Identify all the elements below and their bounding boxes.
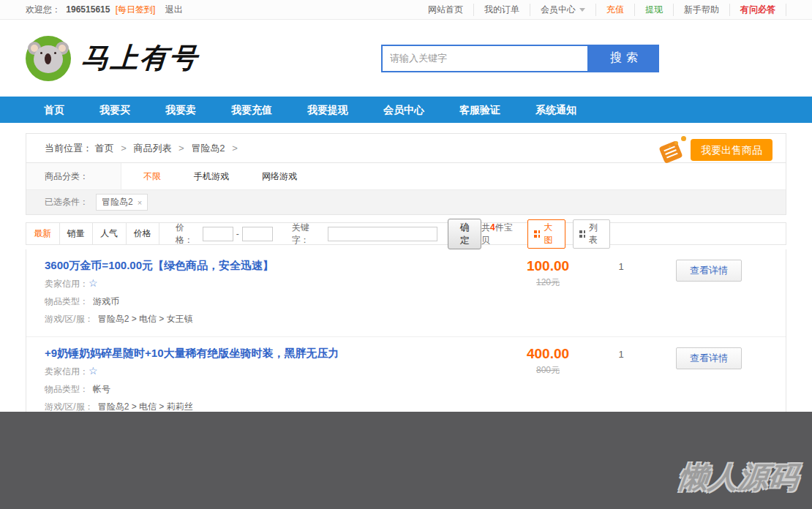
view-list-label: 列表 (589, 222, 604, 246)
price-min-input[interactable] (203, 227, 233, 241)
site-header: 马上有号 搜索 (0, 20, 812, 97)
breadcrumb-home[interactable]: 首页 (95, 143, 114, 154)
toplink-withdraw[interactable]: 提现 (635, 4, 674, 16)
confirm-button[interactable]: 确定 (448, 219, 481, 249)
item-original-price: 800元 (504, 364, 592, 377)
item-action: 查看详情 (650, 344, 767, 415)
logout-link[interactable]: 退出 (165, 4, 183, 15)
star-icon: ☆ (89, 277, 98, 289)
view-list-button[interactable]: 列表 (573, 219, 611, 249)
user-id: 196515615 (66, 4, 110, 15)
selected-conditions-row: 已选条件： 冒险岛2 × (26, 190, 786, 214)
view-details-button[interactable]: 查看详情 (676, 260, 742, 282)
item-type-value: 游戏币 (93, 296, 119, 306)
toplink-member-center[interactable]: 会员中心 (530, 4, 596, 16)
item-quantity: 1 (592, 257, 650, 328)
keyword-label: 关键字： (292, 222, 324, 246)
close-icon[interactable]: × (138, 198, 142, 207)
welcome-area: 欢迎您： 196515615 [每日签到] 退出 (26, 4, 186, 16)
sort-price[interactable]: 价格 (127, 223, 160, 244)
search-button[interactable]: 搜索 (589, 45, 659, 72)
main-nav: 首页 我要买 我要卖 我要充值 我要提现 会员中心 客服验证 系统通知 (0, 97, 812, 123)
list-icon (579, 230, 585, 238)
nav-service-verify[interactable]: 客服验证 (442, 97, 518, 123)
category-label: 商品分类： (26, 163, 121, 189)
keyword-input[interactable] (328, 227, 437, 241)
item-original-price: 120元 (504, 276, 592, 289)
list-toolbar: 最新 销量 人气 价格 价格： - 关键字： 确定 共4件宝贝 大图 列表 (26, 222, 786, 245)
breadcrumb-separator: > (121, 143, 127, 154)
item-title-link[interactable]: +9奶锤奶妈碎星随时+10大量稀有绝版坐骑时装，黑胖无压力 (45, 344, 504, 362)
selected-tag-label: 冒险岛2 (102, 196, 133, 208)
koala-logo-icon (26, 36, 71, 81)
item-type-line: 物品类型：游戏币 (45, 293, 504, 310)
toplink-qa[interactable]: 有问必答 (730, 4, 786, 16)
game-server-value: 冒险岛2 > 电信 > 女王镇 (98, 314, 193, 324)
game-server-value: 冒险岛2 > 电信 > 莉莉丝 (98, 401, 193, 412)
seller-credit-label: 卖家信用： (45, 279, 89, 289)
item-info: +9奶锤奶妈碎星随时+10大量稀有绝版坐骑时装，黑胖无压力 卖家信用：☆ 物品类… (45, 344, 504, 415)
grid-icon (534, 230, 540, 238)
watermark-text: 懒人源码 (677, 457, 801, 497)
selected-conditions-label: 已选条件： (45, 196, 89, 208)
seller-credit-line: 卖家信用：☆ (45, 274, 504, 293)
game-server-label: 游戏/区/服： (45, 401, 94, 412)
nav-buy[interactable]: 我要买 (82, 97, 148, 123)
view-large-button[interactable]: 大图 (527, 219, 565, 249)
view-details-button[interactable]: 查看详情 (676, 347, 742, 369)
category-options: 不限 手机游戏 网络游戏 (121, 163, 330, 189)
sell-goods-button[interactable]: 我要出售商品 (660, 137, 772, 162)
sort-newest[interactable]: 最新 (26, 223, 60, 244)
daily-signin-link[interactable]: [每日签到] (116, 4, 156, 15)
sort-sales[interactable]: 销量 (60, 223, 94, 244)
seller-credit-label: 卖家信用： (45, 366, 89, 377)
item-type-label: 物品类型： (45, 296, 89, 306)
breadcrumb-product-list[interactable]: 商品列表 (133, 143, 171, 154)
category-row: 商品分类： 不限 手机游戏 网络游戏 (26, 163, 786, 190)
item-price: 400.00 (504, 346, 592, 362)
toplink-recharge[interactable]: 充值 (596, 4, 635, 16)
sell-goods-label: 我要出售商品 (691, 139, 772, 161)
toplink-my-orders[interactable]: 我的订单 (474, 4, 530, 16)
price-range-dash: - (236, 229, 239, 239)
brand-name: 马上有号 (80, 39, 200, 77)
topbar: 欢迎您： 196515615 [每日签到] 退出 网站首页 我的订单 会员中心 … (0, 0, 812, 20)
nav-sell[interactable]: 我要卖 (148, 97, 214, 123)
filter-panel: 商品分类： 不限 手机游戏 网络游戏 已选条件： 冒险岛2 × (26, 163, 786, 215)
item-price: 100.00 (504, 258, 592, 274)
toolbar-right: 共4件宝贝 大图 列表 (481, 219, 786, 249)
megaphone-note-icon (660, 137, 685, 162)
nav-home[interactable]: 首页 (26, 97, 82, 123)
nav-member-center[interactable]: 会员中心 (366, 97, 442, 123)
price-column: 100.00 120元 (504, 257, 592, 328)
welcome-label: 欢迎您： (26, 4, 61, 15)
breadcrumb-game[interactable]: 冒险岛2 (191, 143, 225, 154)
category-option-unlimited[interactable]: 不限 (143, 170, 161, 183)
breadcrumb-bar: 当前位置： 首页 > 商品列表 > 冒险岛2 > 我要出售商品 (26, 133, 786, 163)
chevron-down-icon (579, 8, 585, 12)
category-option-online-games[interactable]: 网络游戏 (262, 170, 297, 183)
search-input[interactable] (381, 45, 589, 72)
seller-credit-line: 卖家信用：☆ (45, 362, 504, 380)
breadcrumb: 当前位置： 首页 > 商品列表 > 冒险岛2 > (45, 142, 242, 155)
toplink-newbie-help[interactable]: 新手帮助 (674, 4, 730, 16)
item-type-value: 帐号 (93, 384, 110, 394)
price-max-input[interactable] (242, 227, 273, 241)
sort-popularity[interactable]: 人气 (93, 223, 127, 244)
category-option-mobile-games[interactable]: 手机游戏 (194, 170, 229, 183)
nav-recharge[interactable]: 我要充值 (214, 97, 290, 123)
price-range-label: 价格： (176, 222, 200, 246)
nav-system-notice[interactable]: 系统通知 (518, 97, 594, 123)
item-action: 查看详情 (650, 257, 767, 328)
item-type-line: 物品类型：帐号 (45, 380, 504, 398)
toplink-site-home[interactable]: 网站首页 (418, 4, 474, 16)
site-logo[interactable]: 马上有号 (26, 36, 198, 81)
search-bar: 搜索 (381, 45, 659, 72)
selected-tag[interactable]: 冒险岛2 × (96, 194, 148, 211)
item-title-link[interactable]: 3600万金币=100.00元【绿色商品，安全迅速】 (45, 257, 504, 274)
nav-withdraw[interactable]: 我要提现 (290, 97, 366, 123)
count-prefix: 共 (481, 222, 490, 233)
game-server-label: 游戏/区/服： (45, 314, 94, 324)
table-row: 3600万金币=100.00元【绿色商品，安全迅速】 卖家信用：☆ 物品类型：游… (26, 249, 786, 337)
item-info: 3600万金币=100.00元【绿色商品，安全迅速】 卖家信用：☆ 物品类型：游… (45, 257, 504, 328)
